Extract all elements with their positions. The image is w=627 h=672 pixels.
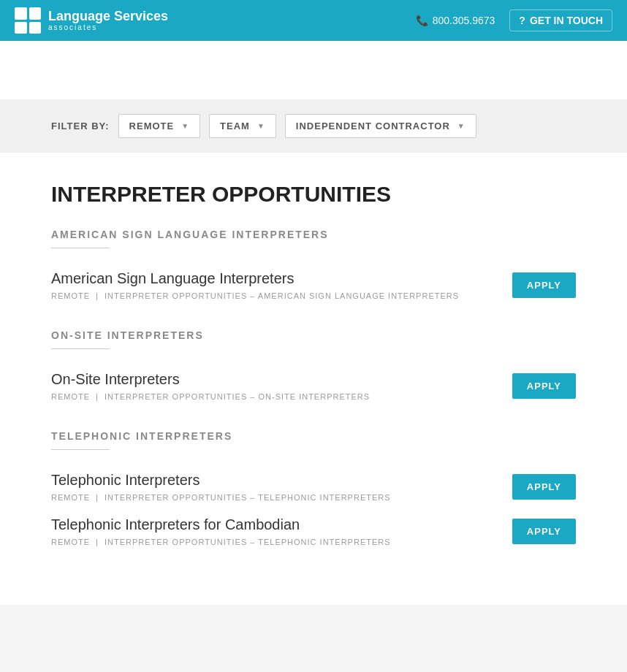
category-asl: AMERICAN SIGN LANGUAGE INTERPRETERSAmeri… — [51, 229, 576, 308]
job-listing: On-Site InterpretersREMOTE|INTERPRETER O… — [51, 364, 576, 408]
job-title: Telephonic Interpreters for Cambodian — [51, 516, 391, 533]
category-onsite: ON-SITE INTERPRETERSOn-Site Interpreters… — [51, 329, 576, 408]
job-meta: REMOTE|INTERPRETER OPPORTUNITIES – TELEP… — [51, 538, 391, 546]
apply-button[interactable]: APPLY — [512, 373, 576, 399]
apply-button[interactable]: APPLY — [512, 474, 576, 500]
chevron-down-icon: ▼ — [457, 122, 466, 130]
header-right: 📞 800.305.9673 ? GET IN TOUCH — [416, 9, 612, 31]
job-location: REMOTE — [51, 538, 90, 546]
apply-button[interactable]: APPLY — [512, 272, 576, 298]
get-in-touch-button[interactable]: ? GET IN TOUCH — [509, 9, 612, 31]
job-breadcrumb: INTERPRETER OPPORTUNITIES – AMERICAN SIG… — [104, 291, 459, 300]
job-title: American Sign Language Interpreters — [51, 270, 459, 287]
logo-area: Language Services associates — [15, 7, 168, 34]
job-breadcrumb: INTERPRETER OPPORTUNITIES – TELEPHONIC I… — [104, 493, 391, 502]
separator: | — [96, 493, 99, 502]
filter-bar: FILTER BY: REMOTE ▼ TEAM ▼ INDEPENDENT C… — [0, 99, 627, 153]
header: Language Services associates 📞 800.305.9… — [0, 0, 627, 41]
job-location: REMOTE — [51, 291, 90, 300]
filter-remote-dropdown[interactable]: REMOTE ▼ — [118, 114, 201, 138]
filter-contractor-dropdown[interactable]: INDEPENDENT CONTRACTOR ▼ — [285, 114, 476, 138]
help-icon: ? — [519, 15, 525, 26]
separator: | — [96, 291, 99, 300]
phone-number: 800.305.9673 — [433, 15, 495, 26]
separator: | — [96, 392, 99, 401]
separator: | — [96, 538, 99, 546]
job-breadcrumb: INTERPRETER OPPORTUNITIES – TELEPHONIC I… — [104, 538, 391, 546]
category-divider — [51, 449, 110, 450]
category-divider — [51, 348, 110, 349]
job-listing: Telephonic Interpreters for CambodianREM… — [51, 509, 576, 554]
job-title: On-Site Interpreters — [51, 371, 370, 388]
job-listing: American Sign Language InterpretersREMOT… — [51, 263, 576, 308]
logo-grid — [15, 7, 41, 34]
apply-button[interactable]: APPLY — [512, 519, 576, 544]
job-location: REMOTE — [51, 392, 90, 401]
category-title: ON-SITE INTERPRETERS — [51, 329, 576, 341]
job-info: On-Site InterpretersREMOTE|INTERPRETER O… — [51, 371, 370, 401]
filter-label: FILTER BY: — [51, 121, 110, 131]
page-title: INTERPRETER OPPORTUNITIES — [51, 182, 576, 207]
category-telephonic: TELEPHONIC INTERPRETERSTelephonic Interp… — [51, 430, 576, 554]
category-title: TELEPHONIC INTERPRETERS — [51, 430, 576, 442]
categories-container: AMERICAN SIGN LANGUAGE INTERPRETERSAmeri… — [51, 229, 576, 554]
category-title: AMERICAN SIGN LANGUAGE INTERPRETERS — [51, 229, 576, 240]
main-content: INTERPRETER OPPORTUNITIES AMERICAN SIGN … — [0, 153, 627, 605]
chevron-down-icon: ▼ — [181, 122, 189, 130]
phone-icon: 📞 — [416, 15, 428, 26]
job-meta: REMOTE|INTERPRETER OPPORTUNITIES – ON-SI… — [51, 392, 370, 401]
job-listing: Telephonic InterpretersREMOTE|INTERPRETE… — [51, 465, 576, 509]
job-info: Telephonic InterpretersREMOTE|INTERPRETE… — [51, 472, 391, 502]
chevron-down-icon: ▼ — [257, 122, 265, 130]
job-meta: REMOTE|INTERPRETER OPPORTUNITIES – AMERI… — [51, 291, 459, 300]
header-spacer — [0, 41, 627, 99]
job-title: Telephonic Interpreters — [51, 472, 391, 489]
job-info: Telephonic Interpreters for CambodianREM… — [51, 516, 391, 546]
job-meta: REMOTE|INTERPRETER OPPORTUNITIES – TELEP… — [51, 493, 391, 502]
category-divider — [51, 248, 110, 248]
phone-area: 📞 800.305.9673 — [416, 15, 495, 26]
filter-team-dropdown[interactable]: TEAM ▼ — [209, 114, 276, 138]
job-location: REMOTE — [51, 493, 90, 502]
logo-text: Language Services associates — [48, 9, 168, 32]
job-info: American Sign Language InterpretersREMOT… — [51, 270, 459, 300]
job-breadcrumb: INTERPRETER OPPORTUNITIES – ON-SITE INTE… — [104, 392, 370, 401]
